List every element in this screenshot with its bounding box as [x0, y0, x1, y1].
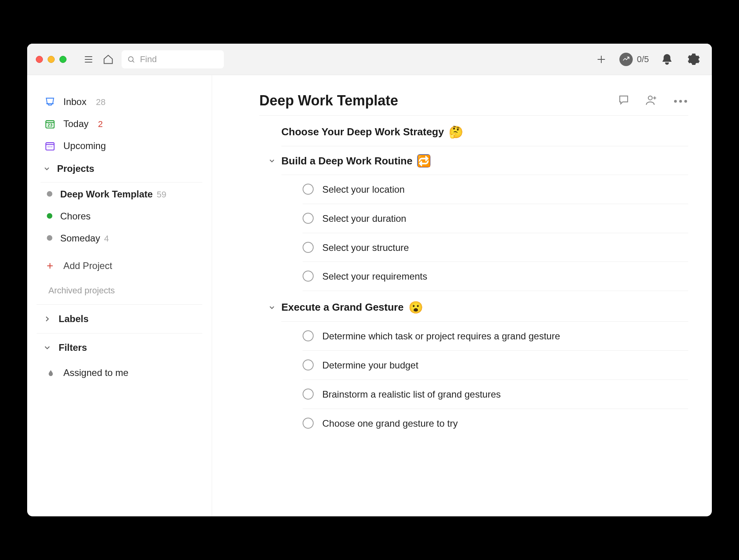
divider: [41, 182, 202, 182]
window-controls: [36, 56, 67, 63]
filter-label: Assigned to me: [63, 366, 128, 380]
inbox-icon: [44, 96, 55, 107]
task-row[interactable]: Select your requirements: [303, 262, 688, 291]
water-drop-icon: [44, 367, 55, 378]
projects-header-label: Projects: [57, 163, 94, 174]
minimize-window[interactable]: [48, 56, 55, 63]
productivity-button[interactable]: 0/5: [619, 53, 649, 66]
main-panel: Deep Work Template Choose Your Deep Work…: [212, 75, 712, 516]
labels-header[interactable]: Labels: [27, 305, 212, 333]
task-row[interactable]: Choose one grand gesture to try: [303, 409, 688, 438]
gear-icon: [688, 53, 700, 65]
task-row[interactable]: Determine your budget: [303, 351, 688, 380]
sidebar-item-today[interactable]: 23 Today 2: [27, 113, 212, 135]
task-label: Choose one grand gesture to try: [322, 417, 458, 431]
repeat-icon: 🔁: [417, 154, 430, 168]
svg-point-17: [648, 96, 652, 100]
titlebar: 0/5: [27, 44, 712, 75]
sidebar-item-label: Upcoming: [63, 139, 106, 153]
task-label: Brainstorm a realistic list of grand ges…: [322, 388, 501, 402]
sidebar-item-inbox[interactable]: Inbox 28: [27, 91, 212, 113]
task-checkbox[interactable]: [303, 184, 314, 195]
section-title: Execute a Grand Gesture: [281, 301, 404, 313]
close-window[interactable]: [36, 56, 43, 63]
zoom-window[interactable]: [59, 56, 67, 63]
svg-text:23: 23: [48, 122, 53, 127]
plus-icon: [45, 261, 55, 271]
project-color-dot: [47, 235, 52, 241]
sidebar-item-count: 28: [96, 96, 105, 109]
labels-header-label: Labels: [59, 312, 89, 326]
add-project-button[interactable]: Add Project: [27, 255, 212, 277]
more-options-button[interactable]: [673, 97, 688, 104]
page-title: Deep Work Template: [259, 92, 398, 109]
sidebar-project-deepwork[interactable]: Deep Work Template 59: [27, 183, 212, 205]
task-label: Select your location: [322, 183, 405, 197]
chevron-right-icon: [43, 315, 52, 323]
archived-projects-label: Archived projects: [48, 286, 115, 295]
task-row[interactable]: Determine which task or project requires…: [303, 322, 688, 351]
filters-header[interactable]: Filters: [27, 333, 212, 362]
productivity-icon: [619, 53, 633, 66]
task-row[interactable]: Brainstorm a realistic list of grand ges…: [303, 380, 688, 409]
comments-button[interactable]: [618, 94, 630, 107]
app-body: Inbox 28 23 Today 2 Upcoming Projects: [27, 75, 712, 516]
menu-icon: [83, 54, 94, 65]
settings-button[interactable]: [685, 51, 702, 68]
home-button[interactable]: [100, 51, 117, 68]
task-checkbox[interactable]: [303, 418, 314, 429]
task-checkbox[interactable]: [303, 242, 314, 253]
task-label: Select your structure: [322, 241, 409, 255]
task-checkbox[interactable]: [303, 330, 314, 341]
calendar-icon: [44, 140, 55, 151]
task-row[interactable]: Select your location: [303, 175, 688, 204]
sidebar-project-someday[interactable]: Someday 4: [27, 227, 212, 249]
add-project-label: Add Project: [63, 259, 112, 273]
main-header-actions: [618, 94, 688, 107]
plus-icon: [596, 54, 607, 65]
sidebar: Inbox 28 23 Today 2 Upcoming Projects: [27, 75, 212, 516]
sidebar-item-label: Today: [63, 117, 89, 131]
section-header[interactable]: Build a Deep Work Routine 🔁: [281, 146, 688, 175]
chevron-down-icon: [43, 165, 51, 173]
svg-point-14: [52, 146, 52, 147]
home-icon: [103, 54, 114, 65]
task-checkbox[interactable]: [303, 213, 314, 224]
svg-line-4: [133, 61, 134, 62]
project-color-dot: [47, 213, 52, 219]
task-checkbox[interactable]: [303, 359, 314, 370]
person-plus-icon: [645, 94, 657, 106]
project-count: 4: [104, 232, 109, 245]
task-checkbox[interactable]: [303, 271, 314, 282]
section-header[interactable]: Execute a Grand Gesture 😮: [281, 293, 688, 322]
section-header[interactable]: Choose Your Deep Work Strategy 🤔: [281, 117, 688, 146]
archived-projects-link[interactable]: Archived projects: [27, 277, 212, 304]
sidebar-item-upcoming[interactable]: Upcoming: [27, 135, 212, 157]
task-checkbox[interactable]: [303, 389, 314, 400]
project-name: Someday: [60, 231, 100, 245]
task-row[interactable]: Select your structure: [303, 233, 688, 262]
svg-point-3: [128, 57, 133, 61]
productivity-label: 0/5: [637, 54, 649, 64]
main-header: Deep Work Template: [259, 92, 688, 116]
notifications-button[interactable]: [658, 51, 676, 68]
thinking-emoji-icon: 🤔: [449, 125, 463, 139]
sidebar-project-chores[interactable]: Chores: [27, 205, 212, 227]
top-nav-right: 0/5: [593, 51, 702, 68]
search-box[interactable]: [122, 50, 224, 68]
project-color-dot: [47, 191, 52, 197]
sidebar-item-count: 2: [98, 118, 103, 131]
project-name: Chores: [60, 209, 91, 223]
task-label: Determine which task or project requires…: [322, 330, 560, 343]
task-row[interactable]: Select your duration: [303, 204, 688, 233]
bell-icon: [661, 53, 673, 65]
projects-header[interactable]: Projects: [27, 157, 212, 179]
sidebar-filter-assigned[interactable]: Assigned to me: [27, 362, 212, 384]
share-button[interactable]: [645, 94, 657, 107]
search-input[interactable]: [140, 54, 218, 64]
filters-header-label: Filters: [59, 341, 87, 355]
svg-point-13: [50, 146, 50, 147]
quick-add-button[interactable]: [593, 51, 610, 68]
project-count: 59: [157, 188, 166, 201]
menu-button[interactable]: [80, 51, 97, 68]
